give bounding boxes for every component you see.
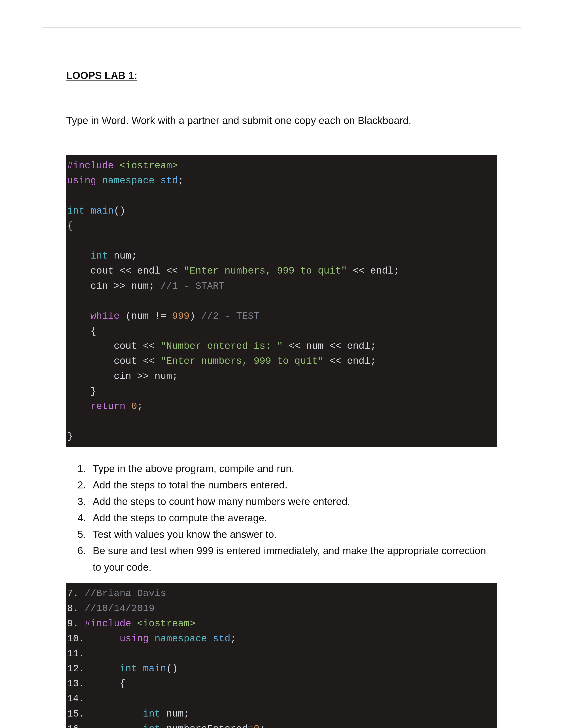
code-token: ; [178,175,184,186]
code-token: endl [370,265,394,276]
code-token: "Enter numbers, 999 to quit" [178,265,347,276]
code-token: int [85,663,137,674]
code-token: std [207,633,230,644]
code-token: ; [370,356,376,367]
line-number: 7. [67,588,79,599]
code-token: { [67,220,73,231]
line-number: 8. [67,603,79,614]
line-number: 10. [67,633,85,644]
code-token: () [114,205,125,216]
code-token: numbersEntered [160,723,248,728]
code-token: ; [172,371,178,382]
code-token: ; [394,265,399,276]
list-item: Add the steps to total the numbers enter… [89,477,497,493]
code-token: << [347,265,370,276]
code-token: cout [67,341,143,352]
code-token: << [120,265,131,276]
code-token: <iostream> [131,618,195,629]
code-token: ; [184,708,189,719]
line-number: 16. [67,723,85,728]
code-token: << [324,341,347,352]
code-token: //10/14/2019 [79,603,154,614]
list-item: Add the steps to count how many numbers … [89,493,497,510]
code-token: "Number entered is: " [154,341,283,352]
code-token: << [143,356,154,367]
code-token: << [324,356,347,367]
code-token: cin [67,371,137,382]
code-token: "Enter numbers, 999 to quit" [154,356,324,367]
code-token: int [85,708,160,719]
code-token: endl [347,341,370,352]
list-item: Add the steps to compute the average. [89,510,497,526]
code-token: (num [120,311,154,322]
code-token: main [85,205,114,216]
code-token: != [154,311,166,322]
code-token: { [85,678,125,689]
code-token: ; [230,633,236,644]
code-token: ; [131,250,137,261]
code-token: using [67,175,96,186]
code-token: ; [259,723,265,728]
code-token: 999 [166,311,190,322]
code-token: <iostream> [114,160,178,171]
code-block-2: 7. //Briana Davis 8. //10/14/2019 9. #in… [66,583,497,728]
code-token: { [67,326,96,337]
code-token: //1 - START [160,281,224,292]
code-token: << [283,341,306,352]
code-token: cout [67,265,120,276]
line-number: 9. [67,618,79,629]
code-token: #include [79,618,131,629]
code-token: namespace [96,175,154,186]
code-token: ; [149,281,160,292]
code-token: endl [131,265,166,276]
code-token: = [248,723,254,728]
document-page: LOOPS LAB 1: Type in Word. Work with a p… [0,0,563,728]
instruction-list: Type in the above program, compile and r… [66,460,497,576]
list-item: Test with values you know the answer to. [89,526,497,543]
list-item: Be sure and test when 999 is entered imm… [89,542,497,575]
code-token: while [67,311,120,322]
page-title: LOOPS LAB 1: [66,69,497,81]
code-token: num [125,281,149,292]
code-token: cin [67,281,114,292]
code-block-1: #include <iostream> using namespace std;… [66,155,497,447]
code-token: cout [67,356,143,367]
header-rule [42,28,521,28]
line-number: 14. [67,693,85,704]
line-number: 15. [67,708,85,719]
document-content: LOOPS LAB 1: Type in Word. Work with a p… [66,69,497,728]
line-number: 13. [67,678,85,689]
line-number: 11. [67,648,85,659]
code-token: int [67,205,85,216]
code-token: num [149,371,172,382]
code-token: //Briana Davis [79,588,166,599]
code-token: 0 [254,723,259,728]
code-token: ; [137,401,143,412]
code-token: //2 - TEST [201,311,259,322]
code-token: num [306,341,324,352]
code-token: return [67,401,125,412]
code-token: main [137,663,166,674]
code-token: } [67,431,73,442]
code-token: int [85,723,160,728]
code-token: int [67,250,108,261]
code-token: << [143,341,154,352]
code-token: >> [114,281,125,292]
code-token: num [108,250,131,261]
code-token: namespace [149,633,207,644]
code-token: #include [67,160,114,171]
code-token: ; [370,341,376,352]
intro-paragraph: Type in Word. Work with a partner and su… [66,114,497,126]
code-token: std [154,175,178,186]
code-token: } [67,386,96,397]
code-token: 0 [125,401,137,412]
code-token: endl [347,356,370,367]
line-number: 12. [67,663,85,674]
code-token: << [166,265,178,276]
list-item: Type in the above program, compile and r… [89,460,497,477]
code-token: ) [190,311,201,322]
code-token: () [166,663,178,674]
code-token: num [160,708,184,719]
code-token: >> [137,371,149,382]
code-token: using [85,633,148,644]
